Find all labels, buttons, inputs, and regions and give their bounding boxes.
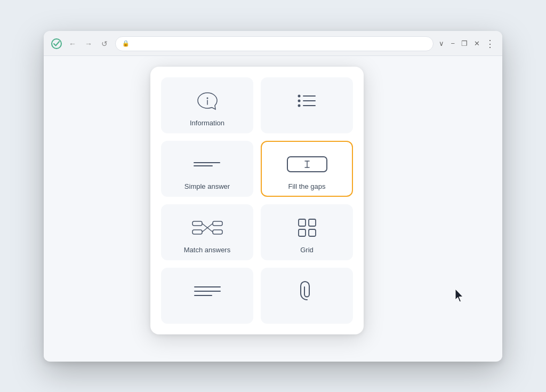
card-grid: Information <box>161 77 353 324</box>
close-button[interactable]: ✕ <box>474 39 480 47</box>
grid-card[interactable]: Grid <box>261 204 353 260</box>
information-label: Information <box>190 119 224 127</box>
grid-label: Grid <box>300 246 314 254</box>
svg-point-3 <box>298 99 300 102</box>
svg-rect-22 <box>299 229 306 236</box>
svg-point-2 <box>298 94 300 97</box>
list-icon <box>295 88 319 114</box>
browser-content: Information <box>44 56 502 360</box>
list-card[interactable] <box>261 77 353 133</box>
window-controls: ∨ − ❐ ✕ <box>439 39 480 47</box>
svg-point-0 <box>206 97 208 99</box>
browser-menu-button[interactable]: ⋮ <box>485 38 495 50</box>
grid-icon <box>296 215 318 241</box>
maximize-button[interactable]: ❐ <box>461 39 468 47</box>
attachment-card[interactable] <box>261 268 353 324</box>
cursor <box>453 288 466 304</box>
fill-the-gaps-label: Fill the gaps <box>288 182 325 190</box>
simple-answer-card[interactable]: Simple answer <box>161 141 253 197</box>
simple-answer-icon <box>192 151 223 177</box>
simple-answer-label: Simple answer <box>184 182 230 190</box>
svg-rect-23 <box>309 229 316 236</box>
paperclip-icon <box>299 278 316 304</box>
svg-rect-16 <box>213 221 222 226</box>
reload-button[interactable]: ↺ <box>99 38 110 49</box>
svg-rect-15 <box>192 230 202 234</box>
minimize-button[interactable]: − <box>451 39 455 47</box>
browser-window: ← → ↺ 🔒 ∨ − ❐ ✕ ⋮ <box>44 31 502 362</box>
forward-button[interactable]: → <box>83 38 94 49</box>
information-icon <box>195 88 220 114</box>
lock-icon: 🔒 <box>122 40 130 47</box>
fill-the-gaps-card[interactable]: Fill the gaps <box>261 141 353 197</box>
question-type-dropdown: Information <box>150 67 364 334</box>
svg-point-4 <box>298 104 300 107</box>
svg-rect-17 <box>213 230 222 234</box>
svg-rect-14 <box>192 221 202 226</box>
back-button[interactable]: ← <box>67 38 78 49</box>
information-card[interactable]: Information <box>161 77 253 133</box>
svg-rect-21 <box>309 219 316 226</box>
fill-the-gaps-icon <box>283 151 331 177</box>
address-bar[interactable]: 🔒 <box>115 36 433 51</box>
app-logo <box>51 38 62 49</box>
chevron-control[interactable]: ∨ <box>439 39 444 47</box>
svg-rect-20 <box>299 219 306 226</box>
browser-chrome: ← → ↺ 🔒 ∨ − ❐ ✕ ⋮ <box>44 31 502 56</box>
text-icon <box>192 278 222 304</box>
match-answers-icon <box>191 215 223 241</box>
match-answers-card[interactable]: Match answers <box>161 204 253 260</box>
text-card[interactable] <box>161 268 253 324</box>
match-answers-label: Match answers <box>184 246 230 254</box>
